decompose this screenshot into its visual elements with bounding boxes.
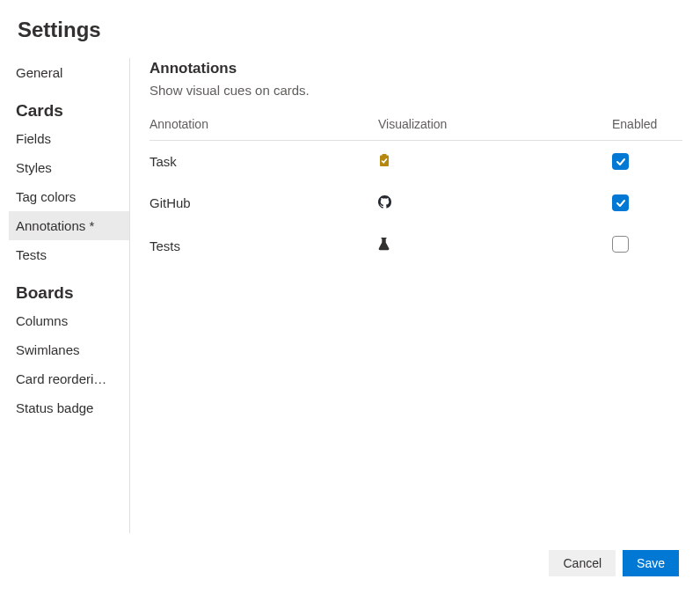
enabled-cell — [612, 153, 682, 170]
column-header-annotation: Annotation — [149, 117, 378, 131]
sidebar-item-annotations[interactable]: Annotations * — [9, 211, 129, 240]
beaker-icon — [378, 238, 390, 253]
section-title: Annotations — [149, 58, 682, 77]
sidebar-item-fields[interactable]: Fields — [9, 124, 129, 153]
section-subtitle: Show visual cues on cards. — [149, 83, 682, 98]
sidebar-item-styles[interactable]: Styles — [9, 153, 129, 182]
enabled-cell — [612, 194, 682, 211]
sidebar-item-columns[interactable]: Columns — [9, 306, 129, 335]
sidebar-item-tests[interactable]: Tests — [9, 240, 129, 269]
visualization-cell — [378, 195, 612, 211]
visualization-cell — [378, 154, 612, 170]
settings-content: Annotations Show visual cues on cards. A… — [130, 58, 700, 533]
save-button[interactable]: Save — [623, 550, 679, 576]
table-row: Tests — [149, 224, 682, 268]
sidebar-item-tag-colors[interactable]: Tag colors — [9, 182, 129, 211]
enabled-checkbox[interactable] — [612, 153, 629, 170]
annotation-name: GitHub — [149, 195, 378, 210]
annotation-name: Tests — [149, 238, 378, 253]
table-row: GitHub — [149, 182, 682, 224]
settings-sidebar: General Cards Fields Styles Tag colors A… — [0, 58, 130, 533]
enabled-checkbox[interactable] — [612, 194, 629, 211]
page-title: Settings — [0, 0, 700, 49]
column-header-enabled: Enabled — [612, 117, 682, 131]
github-icon — [378, 195, 391, 211]
sidebar-item-card-reordering[interactable]: Card reorderi… — [9, 364, 129, 393]
enabled-checkbox[interactable] — [612, 236, 629, 253]
column-header-visualization: Visualization — [378, 117, 612, 131]
enabled-cell — [612, 236, 682, 255]
sidebar-item-swimlanes[interactable]: Swimlanes — [9, 335, 129, 364]
sidebar-item-status-badge[interactable]: Status badge — [9, 393, 129, 422]
clipboard-icon — [378, 154, 390, 170]
sidebar-item-general[interactable]: General — [9, 58, 129, 87]
dialog-footer: Cancel Save — [549, 550, 679, 576]
visualization-cell — [378, 238, 612, 253]
cancel-button[interactable]: Cancel — [549, 550, 616, 576]
table-header: Annotation Visualization Enabled — [149, 117, 682, 141]
annotation-name: Task — [149, 154, 378, 169]
annotations-table: Annotation Visualization Enabled Task — [149, 117, 682, 268]
sidebar-section-boards: Boards — [12, 269, 129, 306]
table-row: Task — [149, 141, 682, 182]
svg-rect-1 — [383, 154, 387, 157]
sidebar-section-cards: Cards — [12, 87, 129, 124]
